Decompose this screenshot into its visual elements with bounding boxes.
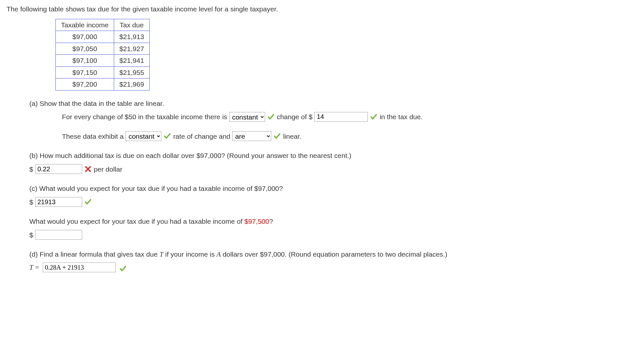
table-row: $97,000$21,913	[56, 31, 150, 43]
highlight-value: $97,500	[245, 218, 269, 225]
text: linear.	[283, 131, 301, 142]
text: These data exhibit a	[62, 131, 124, 142]
text: in the tax due.	[380, 112, 423, 122]
check-icon	[370, 113, 378, 121]
table-header: Tax due	[114, 19, 149, 31]
part-b: (b) How much additional tax is due on ea…	[29, 150, 637, 174]
equation-lhs: T =	[29, 262, 39, 273]
part-c2: What would you expect for your tax due i…	[29, 216, 637, 240]
change-amount-input[interactable]	[314, 112, 368, 122]
select-are-arenot[interactable]: are	[232, 131, 271, 141]
cross-icon	[84, 165, 92, 173]
dollar-sign: $	[29, 164, 33, 175]
text: per dollar	[94, 164, 123, 175]
part-c-label: (c) What would you expect for your tax d…	[29, 183, 637, 194]
intro-text: The following table shows tax due for th…	[7, 4, 637, 14]
tax-due-97000-input[interactable]	[35, 197, 82, 207]
part-d: (d) Find a linear formula that gives tax…	[29, 249, 637, 273]
part-b-label: (b) How much additional tax is due on ea…	[29, 150, 637, 161]
part-a-label: (a) Show that the data in the table are …	[29, 98, 637, 109]
table-header: Taxable income	[56, 19, 114, 31]
tax-due-97500-input[interactable]	[35, 230, 82, 240]
tax-table: Taxable income Tax due $97,000$21,913 $9…	[55, 19, 150, 91]
part-d-label: (d) Find a linear formula that gives tax…	[29, 249, 637, 260]
part-c: (c) What would you expect for your tax d…	[29, 183, 637, 207]
table-row: $97,150$21,955	[56, 66, 150, 78]
formula-input[interactable]	[43, 262, 116, 272]
text: change of $	[277, 112, 313, 122]
select-constant-variable-1[interactable]: constant	[229, 112, 265, 122]
text: rate of change and	[173, 131, 230, 142]
text: For every change of $50 in the taxable i…	[62, 112, 227, 122]
per-dollar-input[interactable]	[35, 164, 82, 174]
check-icon	[84, 198, 92, 206]
part-c2-label: What would you expect for your tax due i…	[29, 216, 637, 227]
check-icon	[119, 265, 127, 273]
table-row: $97,050$21,927	[56, 43, 150, 55]
check-icon	[273, 132, 281, 140]
check-icon	[163, 132, 171, 140]
part-a: (a) Show that the data in the table are …	[29, 98, 637, 142]
check-icon	[267, 113, 275, 121]
table-row: $97,200$21,969	[56, 78, 150, 91]
dollar-sign: $	[29, 230, 33, 240]
table-row: $97,100$21,941	[56, 55, 150, 67]
dollar-sign: $	[29, 197, 33, 207]
select-constant-variable-2[interactable]: constant	[126, 131, 161, 141]
